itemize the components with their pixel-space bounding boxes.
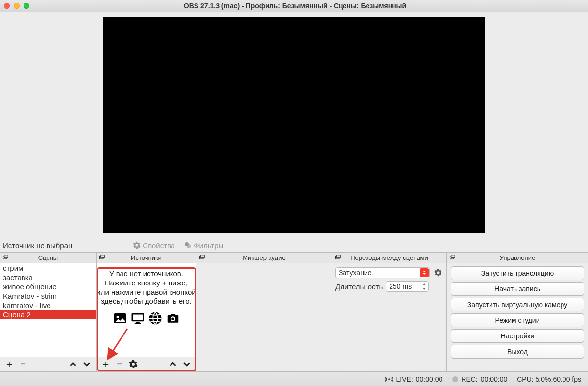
duration-label: Длительность [335,283,383,291]
cpu-status: CPU: 5.0%,60.00 fps [517,375,581,383]
context-toolbar: Источник не выбран Свойства Фильтры [0,238,588,253]
close-window-button[interactable] [4,3,10,9]
mixer-dock-header[interactable]: Микшер аудио [196,253,332,263]
svg-rect-16 [201,255,205,258]
scene-item[interactable]: стрим [0,263,96,273]
svg-rect-5 [101,255,105,258]
controls-dock-header[interactable]: Управление [447,253,588,263]
record-indicator-icon [452,376,458,382]
docks-container: Сцены стрим заставка живое общение Kamra… [0,253,588,371]
minimize-window-button[interactable] [14,3,20,9]
scene-list: стрим заставка живое общение Kamratov - … [0,263,96,319]
sources-empty-line: У вас нет источников. [99,269,193,279]
start-virtualcam-button[interactable]: Запустить виртуальную камеру [451,298,584,311]
popout-icon[interactable] [2,254,9,261]
gear-icon [133,241,141,249]
sources-title: Источники [131,254,162,261]
duration-input[interactable]: 250 ms [386,281,429,292]
transitions-dock-header[interactable]: Переходы между сценами [332,253,446,263]
transition-select[interactable]: Затухание [335,267,430,278]
status-bar: LIVE: 00:00:00 REC: 00:00:00 CPU: 5.0%,6… [0,371,588,386]
add-scene-button[interactable]: ＋ [4,359,15,370]
preview-area [0,12,588,238]
chevron-updown-icon [420,268,429,277]
scenes-dock-header[interactable]: Сцены [0,253,96,263]
move-scene-up-button[interactable] [68,359,78,370]
transition-select-value: Затухание [339,269,371,277]
filters-label: Фильтры [194,241,223,250]
properties-button[interactable]: Свойства [131,240,177,251]
transition-settings-button[interactable] [433,267,443,278]
svg-point-1 [187,244,191,248]
sources-body[interactable]: У вас нет источников. Нажмите кнопку + н… [97,263,196,357]
remove-source-button[interactable]: − [114,359,125,370]
sources-empty-line: Нажмите кнопку + ниже, [99,279,193,288]
popout-icon[interactable] [449,254,456,261]
scene-item[interactable]: заставка [0,273,96,282]
camera-icon [165,311,181,326]
scenes-dock: Сцены стрим заставка живое общение Kamra… [0,253,97,371]
spinner-controls[interactable] [421,282,428,291]
mixer-body [196,263,332,371]
controls-title: Управление [500,254,535,261]
rec-time: 00:00:00 [481,375,508,383]
start-stream-button[interactable]: Запустить трансляцию [451,266,584,280]
transitions-body: Затухание Длительность 250 ms [332,263,446,371]
duration-value: 250 ms [389,283,412,290]
scene-item-selected[interactable]: Сцена 2 [0,310,96,319]
transitions-title: Переходы между сценами [350,254,428,261]
remove-scene-button[interactable]: − [18,359,28,370]
source-properties-button[interactable] [128,359,139,370]
source-type-icons [99,311,193,326]
sources-toolbar: ＋ − [97,357,196,371]
globe-icon [147,311,164,326]
popout-icon[interactable] [198,254,205,261]
display-icon [129,311,146,326]
start-record-button[interactable]: Начать запись [451,282,584,296]
scene-item[interactable]: Kamratov - strim [0,291,96,301]
window-controls [4,3,29,9]
popout-icon[interactable] [98,254,105,261]
titlebar: OBS 27.1.3 (mac) - Профиль: Безымянный -… [0,0,588,12]
preview-canvas[interactable] [103,17,485,233]
svg-point-21 [388,378,390,380]
live-time: 00:00:00 [416,375,443,383]
window-title: OBS 27.1.3 (mac) - Профиль: Безымянный -… [35,2,555,10]
popout-icon[interactable] [334,254,341,261]
broadcast-icon [385,376,393,383]
cpu-label: CPU: 5.0%,60.00 fps [517,375,581,383]
sources-empty-line: или нажмите правой кнопкой [97,288,196,297]
settings-button[interactable]: Настройки [451,329,584,343]
svg-point-7 [116,316,119,318]
mixer-title: Микшер аудио [243,254,286,261]
move-source-up-button[interactable] [168,359,178,370]
image-icon [112,311,128,326]
add-source-button[interactable]: ＋ [100,359,111,370]
rec-status: REC: 00:00:00 [452,375,507,383]
sources-empty-line: здесь,чтобы добавить его. [99,297,193,306]
scenes-title: Сцены [38,254,58,261]
scenes-toolbar: ＋ − [0,357,96,371]
audio-mixer-dock: Микшер аудио [196,253,332,371]
maximize-window-button[interactable] [24,3,29,9]
live-status: LIVE: 00:00:00 [385,375,443,383]
studio-mode-button[interactable]: Режим студии [451,313,584,327]
svg-rect-11 [133,315,143,320]
live-label: LIVE: [396,375,413,383]
svg-rect-20 [451,255,455,258]
svg-point-14 [172,318,174,321]
controls-body: Запустить трансляцию Начать запись Запус… [447,263,588,371]
properties-label: Свойства [143,241,175,250]
svg-rect-10 [134,323,141,324]
svg-rect-3 [4,255,8,258]
move-source-down-button[interactable] [181,359,192,370]
sources-empty-message: У вас нет источников. Нажмите кнопку + н… [97,263,196,330]
filters-button[interactable]: Фильтры [182,240,225,251]
move-scene-down-button[interactable] [81,359,92,370]
sources-dock-header[interactable]: Источники [97,253,196,263]
selection-label: Источник не выбран [3,241,72,250]
scene-item[interactable]: живое общение [0,282,96,291]
exit-button[interactable]: Выход [451,345,584,359]
sources-dock: Источники У вас нет источников. Нажмите … [97,253,196,371]
scene-item[interactable]: kamratov - live [0,301,96,310]
